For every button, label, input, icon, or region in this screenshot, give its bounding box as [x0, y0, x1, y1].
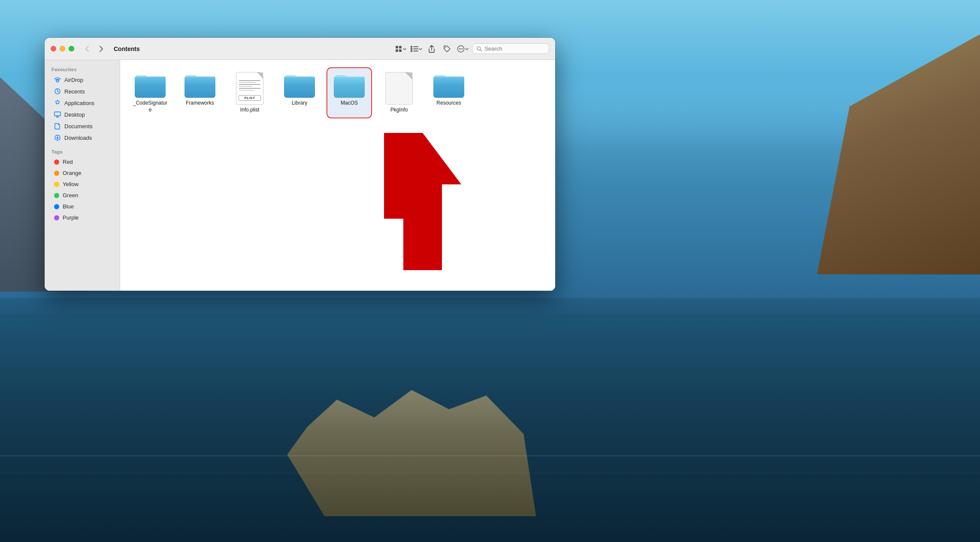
sidebar-tag-label: Yellow: [63, 181, 79, 187]
file-item-pkginfo[interactable]: PkgInfo: [378, 69, 420, 117]
svg-rect-5: [411, 48, 412, 50]
desktop-icon: [54, 111, 61, 118]
search-input[interactable]: [484, 45, 544, 52]
recents-icon: [54, 88, 61, 95]
sidebar-tag-label: Red: [63, 159, 73, 165]
svg-rect-4: [411, 46, 412, 48]
file-item-resources[interactable]: Resources: [427, 69, 470, 110]
icon-view-button[interactable]: [395, 43, 407, 55]
svg-rect-1: [399, 46, 402, 48]
file-grid: _CodeSignature Frameworks: [129, 69, 547, 117]
file-label-macos: MacOS: [341, 100, 358, 107]
folder-icon-library: [284, 72, 315, 98]
generic-file-icon: [385, 72, 413, 105]
red-tag-dot: [54, 160, 59, 165]
downloads-icon: [54, 134, 61, 141]
green-tag-dot: [54, 193, 59, 198]
file-label-pkginfo: PkgInfo: [390, 107, 408, 114]
sidebar-item-label: AirDrop: [64, 77, 83, 83]
finder-body: Favourites AirDrop: [45, 60, 555, 291]
sidebar-item-recents[interactable]: Recents: [47, 86, 117, 97]
purple-tag-dot: [54, 215, 59, 220]
sidebar: Favourites AirDrop: [45, 60, 120, 291]
window-title: Contents: [114, 45, 140, 52]
sidebar-item-label: Applications: [64, 100, 94, 106]
folder-icon-codesignature: [135, 72, 166, 98]
sidebar-tag-blue[interactable]: Blue: [47, 201, 117, 212]
main-content: _CodeSignature Frameworks: [120, 60, 555, 291]
sidebar-tag-orange[interactable]: Orange: [47, 168, 117, 178]
svg-rect-6: [411, 50, 412, 52]
documents-icon: [54, 123, 61, 129]
file-item-macos[interactable]: MacOS: [328, 69, 371, 117]
file-label-library: Library: [292, 100, 308, 107]
minimize-button[interactable]: [60, 46, 65, 51]
sidebar-tag-red[interactable]: Red: [47, 157, 117, 167]
sidebar-item-label: Downloads: [64, 135, 92, 141]
orange-tag-dot: [54, 171, 59, 176]
svg-rect-2: [396, 49, 398, 52]
plist-icon: PLIST: [236, 72, 263, 105]
airdrop-icon: [54, 76, 61, 83]
back-button[interactable]: [81, 43, 92, 54]
sidebar-item-desktop[interactable]: Desktop: [47, 109, 117, 120]
svg-rect-8: [413, 48, 418, 49]
file-label-frameworks: Frameworks: [186, 100, 214, 107]
tags-label: Tags: [45, 147, 120, 156]
svg-rect-9: [413, 51, 418, 51]
file-item-infoplist[interactable]: PLIST Info.plist: [228, 69, 271, 117]
tag-button[interactable]: [441, 43, 453, 55]
file-item-library[interactable]: Library: [278, 69, 321, 117]
file-label-resources: Resources: [436, 100, 461, 107]
sidebar-item-applications[interactable]: Applications: [47, 97, 117, 108]
svg-point-14: [461, 48, 462, 49]
svg-point-16: [57, 80, 59, 82]
folder-icon-frameworks: [185, 72, 215, 98]
sidebar-tag-label: Green: [63, 192, 78, 199]
sidebar-item-label: Documents: [64, 123, 93, 129]
sidebar-item-documents[interactable]: Documents: [47, 120, 117, 132]
svg-rect-0: [396, 46, 398, 48]
share-button[interactable]: [426, 43, 438, 55]
svg-point-10: [445, 47, 446, 48]
list-view-button[interactable]: [410, 43, 422, 55]
folder-icon-macos: [334, 72, 365, 98]
traffic-lights: [51, 46, 74, 51]
sidebar-item-label: Recents: [64, 88, 85, 95]
svg-rect-18: [54, 112, 60, 116]
sidebar-tag-green[interactable]: Green: [47, 190, 117, 201]
search-box[interactable]: [472, 43, 549, 54]
more-options-button[interactable]: [457, 43, 469, 55]
sidebar-tag-purple[interactable]: Purple: [47, 212, 117, 223]
sidebar-item-downloads[interactable]: Downloads: [47, 132, 117, 143]
sidebar-item-label: Desktop: [64, 111, 85, 118]
svg-rect-7: [413, 46, 418, 47]
blue-tag-dot: [54, 204, 59, 209]
file-item-frameworks[interactable]: Frameworks: [178, 69, 221, 117]
favourites-label: Favourites: [45, 64, 120, 74]
sidebar-tag-yellow[interactable]: Yellow: [47, 179, 117, 190]
sidebar-item-airdrop[interactable]: AirDrop: [47, 74, 117, 85]
svg-point-13: [460, 48, 461, 49]
maximize-button[interactable]: [69, 46, 74, 51]
applications-icon: [54, 99, 61, 106]
file-label-codesignature: _CodeSignature: [132, 100, 168, 113]
yellow-tag-dot: [54, 182, 59, 187]
sidebar-tag-label: Purple: [63, 214, 79, 221]
finder-window: Contents: [45, 38, 555, 291]
folder-icon-resources: [433, 72, 464, 98]
close-button[interactable]: [51, 46, 56, 51]
file-item-codesignature[interactable]: _CodeSignature: [129, 69, 172, 117]
search-icon: [477, 46, 482, 52]
svg-rect-3: [399, 49, 402, 52]
file-label-infoplist: Info.plist: [240, 107, 260, 114]
toolbar: Contents: [45, 38, 555, 60]
sidebar-tag-label: Blue: [63, 203, 74, 210]
forward-button[interactable]: [96, 43, 107, 54]
svg-point-12: [459, 48, 460, 49]
sidebar-tag-label: Orange: [63, 170, 81, 176]
